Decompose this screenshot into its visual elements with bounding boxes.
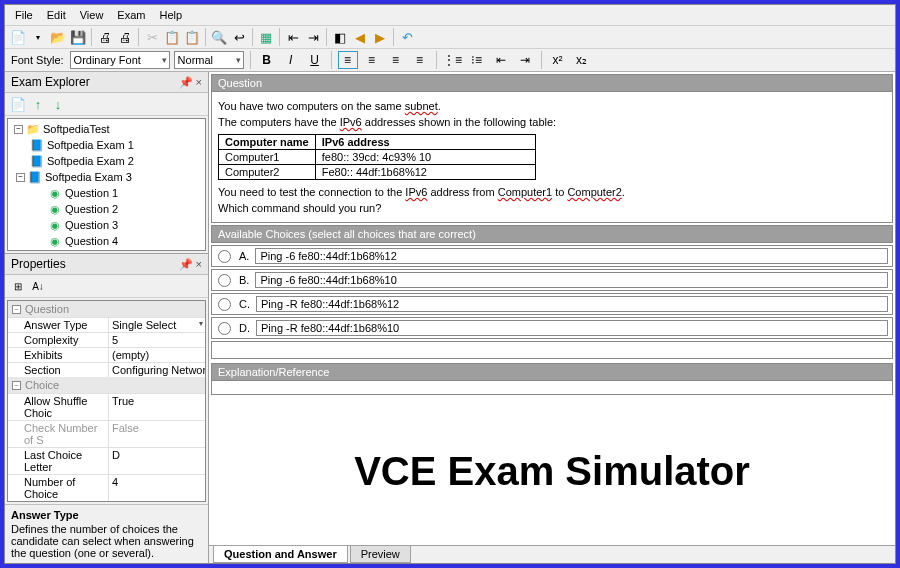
main-area: Exam Explorer 📌 × 📄 ↑ ↓ − 📁 SoftpediaTes… <box>5 72 895 563</box>
print-preview-icon[interactable]: 🖨 <box>116 28 134 46</box>
tree-exam[interactable]: 📘 Softpedia Exam 2 <box>10 153 203 169</box>
superscript-button[interactable]: x² <box>548 51 568 69</box>
question-header: Question <box>211 74 893 92</box>
print-icon[interactable]: 🖨 <box>96 28 114 46</box>
question-table: Computer nameIPv6 address Computer1fe80:… <box>218 134 536 180</box>
move-down-icon[interactable]: ↓ <box>49 95 67 113</box>
prop-group-question[interactable]: −Question <box>8 301 205 317</box>
question-icon: ◉ <box>48 234 62 248</box>
tree-label: Question 4 <box>65 235 118 247</box>
properties-grid[interactable]: −Question Answer TypeSingle Select Compl… <box>7 300 206 502</box>
cut-icon[interactable]: ✂ <box>143 28 161 46</box>
collapse-icon[interactable]: − <box>16 173 25 182</box>
pin-icon[interactable]: 📌 × <box>179 76 202 89</box>
subscript-button[interactable]: x₂ <box>572 51 592 69</box>
tree-label: Question 2 <box>65 203 118 215</box>
choice-radio[interactable] <box>218 322 231 335</box>
collapse-icon[interactable]: − <box>14 125 23 134</box>
format-toolbar: Font Style: Ordinary Font Normal B I U ≡… <box>5 49 895 72</box>
prop-row[interactable]: Number of Choice4 <box>8 474 205 501</box>
exam-icon: 📘 <box>28 170 42 184</box>
choice-radio[interactable] <box>218 274 231 287</box>
zoom-icon[interactable]: 🔍 <box>210 28 228 46</box>
open-icon[interactable]: 📂 <box>49 28 67 46</box>
sort-icon[interactable]: A↓ <box>29 277 47 295</box>
image-icon[interactable]: ▦ <box>257 28 275 46</box>
prop-group-choice[interactable]: −Choice <box>8 377 205 393</box>
tree-label: Question 1 <box>65 187 118 199</box>
prop-row[interactable]: SectionConfiguring Network C <box>8 362 205 377</box>
underline-button[interactable]: U <box>305 51 325 69</box>
pin-icon[interactable]: 📌 × <box>179 258 202 271</box>
new-icon[interactable]: 📄 <box>9 28 27 46</box>
decrease-indent-button[interactable]: ⇤ <box>491 51 511 69</box>
tab-question-answer[interactable]: Question and Answer <box>213 546 348 563</box>
save-icon[interactable]: 💾 <box>69 28 87 46</box>
help-title: Answer Type <box>11 509 202 521</box>
tab-preview[interactable]: Preview <box>350 546 411 563</box>
font-weight-combo[interactable]: Normal <box>174 51 244 69</box>
choice-radio[interactable] <box>218 298 231 311</box>
move-up-icon[interactable]: ↑ <box>29 95 47 113</box>
menu-view[interactable]: View <box>74 7 110 23</box>
menu-file[interactable]: File <box>9 7 39 23</box>
prop-row[interactable]: Exhibits(empty) <box>8 347 205 362</box>
brand-area: VCE Exam Simulator <box>209 397 895 545</box>
align-center-button[interactable]: ≡ <box>362 51 382 69</box>
choice-radio[interactable] <box>218 250 231 263</box>
tree-root[interactable]: − 📁 SoftpediaTest <box>10 121 203 137</box>
copy-icon[interactable]: 📋 <box>163 28 181 46</box>
dropdown-icon[interactable]: ▾ <box>29 28 47 46</box>
categorize-icon[interactable]: ⊞ <box>9 277 27 295</box>
tree-question[interactable]: ◉Question 1 <box>10 185 203 201</box>
explanation-body[interactable] <box>211 381 893 395</box>
numbered-list-button[interactable]: ⋮≡ <box>443 51 463 69</box>
separator <box>393 28 394 46</box>
prop-row[interactable]: Complexity5 <box>8 332 205 347</box>
properties-panel: Properties 📌 × ⊞ A↓ −Question Answer Typ… <box>5 253 208 563</box>
item-icon[interactable]: ◧ <box>331 28 349 46</box>
bullet-list-button[interactable]: ⁝≡ <box>467 51 487 69</box>
tree-question[interactable]: ◉Question 2 <box>10 201 203 217</box>
tree-label: Softpedia Exam 1 <box>47 139 134 151</box>
separator <box>279 28 280 46</box>
choice-b[interactable]: B.Ping -6 fe80::44df:1b68%10 <box>211 269 893 291</box>
question-body[interactable]: You have two computers on the same subne… <box>211 92 893 223</box>
indent-icon[interactable]: ⇥ <box>304 28 322 46</box>
prop-row[interactable]: Last Choice LetterD <box>8 447 205 474</box>
align-left-button[interactable]: ≡ <box>338 51 358 69</box>
exam-tree[interactable]: − 📁 SoftpediaTest 📘 Softpedia Exam 1 📘 S… <box>7 118 206 251</box>
menubar: File Edit View Exam Help <box>5 5 895 26</box>
next-icon[interactable]: ▶ <box>371 28 389 46</box>
tree-label: SoftpediaTest <box>43 123 110 135</box>
tree-exam[interactable]: − 📘 Softpedia Exam 3 <box>10 169 203 185</box>
add-item-icon[interactable]: 📄 <box>9 95 27 113</box>
paste-icon[interactable]: 📋 <box>183 28 201 46</box>
choice-c[interactable]: C.Ping -R fe80::44df:1b68%12 <box>211 293 893 315</box>
properties-help: Answer Type Defines the number of choice… <box>5 504 208 563</box>
choice-a[interactable]: A.Ping -6 fe80::44df:1b68%12 <box>211 245 893 267</box>
tree-question[interactable]: ◉Question 5 <box>10 249 203 251</box>
increase-indent-button[interactable]: ⇥ <box>515 51 535 69</box>
menu-edit[interactable]: Edit <box>41 7 72 23</box>
menu-exam[interactable]: Exam <box>111 7 151 23</box>
bold-button[interactable]: B <box>257 51 277 69</box>
menu-help[interactable]: Help <box>153 7 188 23</box>
choice-d[interactable]: D.Ping -R fe80::44df:1b68%10 <box>211 317 893 339</box>
refresh-icon[interactable]: ↩ <box>230 28 248 46</box>
app-window: File Edit View Exam Help 📄 ▾ 📂 💾 🖨 🖨 ✂ 📋… <box>4 4 896 564</box>
prop-row[interactable]: Answer TypeSingle Select <box>8 317 205 332</box>
tree-question[interactable]: ◉Question 3 <box>10 217 203 233</box>
outdent-icon[interactable]: ⇤ <box>284 28 302 46</box>
font-style-combo[interactable]: Ordinary Font <box>70 51 170 69</box>
prop-row[interactable]: Allow Shuffle ChoicTrue <box>8 393 205 420</box>
italic-button[interactable]: I <box>281 51 301 69</box>
separator <box>541 51 542 69</box>
align-justify-button[interactable]: ≡ <box>410 51 430 69</box>
tree-exam[interactable]: 📘 Softpedia Exam 1 <box>10 137 203 153</box>
undo-icon[interactable]: ↶ <box>398 28 416 46</box>
tree-question[interactable]: ◉Question 4 <box>10 233 203 249</box>
align-right-button[interactable]: ≡ <box>386 51 406 69</box>
brand-text: VCE Exam Simulator <box>354 449 750 494</box>
prev-icon[interactable]: ◀ <box>351 28 369 46</box>
